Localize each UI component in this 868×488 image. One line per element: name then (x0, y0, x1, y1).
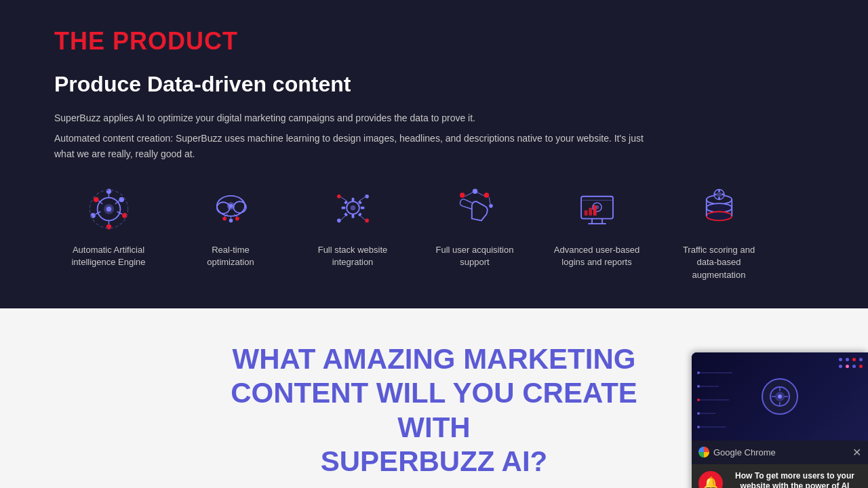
svg-point-40 (337, 218, 341, 222)
notif-icon-circle (762, 378, 798, 415)
svg-point-75 (778, 394, 782, 399)
section-label: THE PRODUCT (54, 27, 814, 56)
fullstack-icon (326, 182, 380, 236)
notif-title: How To get more users to your website wi… (728, 471, 861, 488)
svg-line-41 (340, 197, 346, 201)
useracq-label: Full user acquisitionsupport (436, 244, 514, 268)
useracq-icon (448, 182, 502, 236)
feature-ai-engine: Automatic Artificialintelligence Engine (54, 182, 163, 281)
svg-line-42 (359, 197, 364, 201)
feature-realtime: Real-timeoptimization (176, 182, 285, 281)
svg-point-85 (697, 371, 700, 374)
chrome-row: Google Chrome (698, 447, 776, 458)
svg-point-21 (222, 216, 226, 220)
cta-heading: WHAT AMAZING MARKETINGCONTENT WILL YOU C… (197, 342, 671, 479)
svg-line-50 (477, 192, 484, 196)
svg-rect-35 (344, 212, 348, 216)
svg-point-8 (106, 224, 111, 230)
svg-point-23 (235, 216, 239, 220)
ai-engine-label: Automatic Artificialintelligence Engine (71, 244, 145, 268)
svg-point-64 (706, 211, 732, 220)
top-section: THE PRODUCT Produce Data-driven content … (0, 0, 868, 308)
svg-point-3 (94, 197, 99, 202)
notif-close-button[interactable]: ✕ (852, 446, 861, 459)
ai-engine-icon (81, 182, 136, 236)
svg-point-38 (365, 195, 369, 199)
svg-rect-72 (722, 193, 724, 195)
svg-rect-32 (360, 206, 364, 209)
svg-rect-36 (357, 212, 361, 216)
svg-point-22 (229, 218, 233, 222)
notif-text: How To get more users to your website wi… (728, 471, 861, 488)
svg-point-89 (697, 426, 700, 428)
notif-header: Google Chrome ✕ (692, 441, 868, 464)
notification-popup: Google Chrome ✕ 🔔 How To get more users … (692, 352, 868, 488)
svg-point-45 (460, 192, 465, 198)
notif-visual (692, 352, 868, 441)
notif-avatar: 🔔 (698, 471, 723, 488)
svg-point-63 (706, 203, 732, 212)
svg-point-4 (119, 197, 124, 202)
svg-point-28 (350, 205, 355, 211)
svg-rect-70 (718, 197, 720, 199)
bottom-section: WHAT AMAZING MARKETINGCONTENT WILL YOU C… (0, 308, 868, 488)
chrome-icon (698, 447, 709, 458)
svg-point-47 (484, 192, 489, 198)
feature-traffic: Traffic scoring anddata-basedaugmentatio… (665, 182, 773, 281)
svg-point-88 (697, 412, 700, 415)
svg-line-51 (489, 197, 490, 203)
svg-point-20 (229, 204, 233, 208)
description-1: SuperBuzz applies AI to optimize your di… (54, 110, 665, 125)
traffic-label: Traffic scoring anddata-basedaugmentatio… (683, 244, 755, 281)
fullstack-label: Full stack websiteintegration (318, 244, 388, 268)
traffic-icon (692, 182, 746, 236)
svg-rect-59 (589, 207, 592, 215)
realtime-icon (203, 182, 258, 236)
svg-line-44 (340, 215, 346, 220)
svg-point-46 (472, 188, 477, 194)
feature-logins: Advanced user-basedlogins and reports (542, 182, 651, 281)
realtime-label: Real-timeoptimization (207, 244, 254, 268)
logins-icon (570, 182, 624, 236)
features-row: Automatic Artificialintelligence Engine (54, 182, 814, 281)
svg-point-37 (337, 195, 341, 199)
svg-point-48 (489, 204, 493, 208)
svg-point-68 (716, 192, 722, 197)
svg-point-2 (106, 206, 111, 211)
main-heading: Produce Data-driven content (54, 72, 814, 97)
feature-fullstack: Full stack websiteintegration (298, 182, 407, 281)
feature-useracq: Full user acquisitionsupport (420, 182, 529, 281)
svg-rect-29 (351, 197, 354, 201)
svg-point-86 (697, 385, 700, 388)
notif-body: 🔔 How To get more users to your website … (692, 464, 868, 488)
svg-rect-58 (584, 210, 587, 216)
browser-label: Google Chrome (713, 447, 776, 458)
svg-line-49 (465, 192, 472, 197)
logins-label: Advanced user-basedlogins and reports (554, 244, 639, 268)
svg-point-7 (106, 188, 111, 194)
svg-rect-31 (341, 206, 345, 209)
description-2: Automated content creation: SuperBuzz us… (54, 131, 665, 161)
svg-point-87 (697, 399, 700, 401)
svg-rect-60 (593, 205, 596, 216)
svg-rect-69 (718, 189, 720, 192)
svg-rect-71 (714, 193, 717, 195)
svg-rect-30 (351, 214, 354, 218)
svg-point-39 (365, 218, 369, 222)
svg-line-43 (359, 215, 364, 220)
